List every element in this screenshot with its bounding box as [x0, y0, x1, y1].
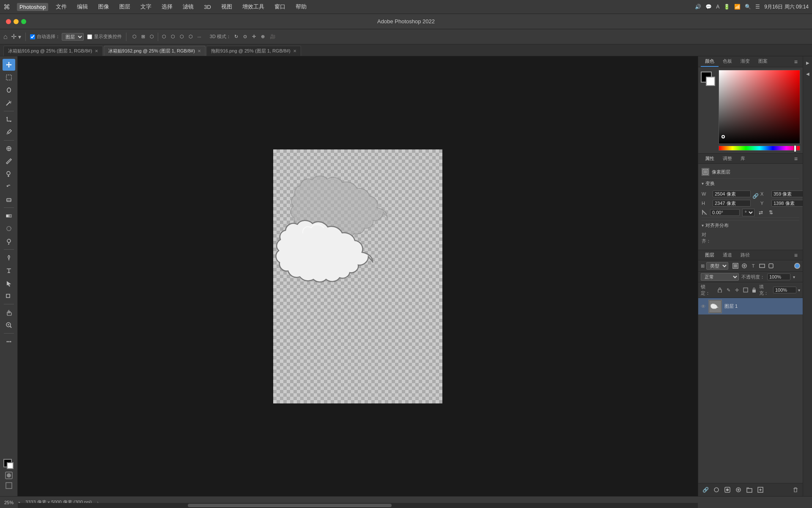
background-color[interactable] [7, 462, 14, 469]
3d-scale-btn[interactable]: 🎥 [268, 33, 277, 40]
opacity-arrow[interactable]: ▾ [793, 275, 795, 279]
marquee-tool[interactable] [3, 72, 15, 83]
align-middle-btn[interactable]: ⬡ [169, 33, 177, 40]
tab-0-close[interactable]: ✕ [95, 49, 98, 53]
flip-v-btn[interactable]: ⇅ [767, 209, 775, 216]
layers-panel-menu-btn[interactable]: ≡ [792, 252, 800, 259]
new-group-btn[interactable] [745, 485, 754, 494]
tab-1[interactable]: 冰箱贴9162.png @ 25% (图层 1, RGB/8#) ✕ [104, 46, 206, 56]
align-left-btn[interactable]: ⬡ [131, 33, 138, 40]
filter-shape-icon[interactable] [758, 262, 766, 270]
menu-file[interactable]: 文件 [53, 2, 69, 11]
screen-mode-btn[interactable] [4, 481, 14, 490]
lock-transparent-btn[interactable] [716, 286, 723, 294]
menu-help[interactable]: 帮助 [293, 2, 309, 11]
color-gradient-picker[interactable] [719, 70, 800, 144]
tab-swatches[interactable]: 色板 [719, 56, 736, 67]
align-center-h-btn[interactable]: ⊞ [140, 33, 147, 40]
apple-logo[interactable]: ⌘ [3, 3, 10, 11]
new-layer-btn[interactable] [756, 485, 765, 494]
filter-dropdown[interactable]: 类型 [706, 262, 728, 270]
delete-layer-btn[interactable] [791, 485, 800, 494]
height-input[interactable] [713, 200, 751, 207]
align-distribute-btn[interactable]: ⬡ [187, 33, 195, 40]
tab-color[interactable]: 颜色 [701, 56, 719, 67]
fill-arrow[interactable]: ▾ [798, 288, 800, 293]
y-input[interactable] [771, 200, 803, 207]
menu-text[interactable]: 文字 [138, 2, 154, 11]
3d-roll-btn[interactable]: ⊙ [241, 33, 249, 40]
menu-photoshop[interactable]: Photoshop [17, 3, 48, 11]
history-brush-tool[interactable] [3, 181, 15, 193]
tab-paths[interactable]: 路径 [736, 250, 754, 260]
menu-view[interactable]: 视图 [219, 2, 235, 11]
side-icon-1[interactable]: ▶ [804, 59, 812, 66]
tab-libraries[interactable]: 库 [736, 154, 749, 163]
width-input[interactable] [713, 190, 751, 197]
lock-position-btn[interactable]: ✛ [733, 286, 740, 294]
blend-mode-dropdown[interactable]: 正常 [701, 273, 739, 281]
3d-rotate-btn[interactable]: ↻ [233, 33, 240, 40]
eraser-tool[interactable] [3, 193, 15, 205]
angle-input[interactable] [710, 209, 740, 216]
align-bottom-btn[interactable]: ⬡ [178, 33, 186, 40]
tab-2[interactable]: 拖鞋916.png @ 25% (图层 1, RGB/8#) ✕ [206, 46, 301, 56]
props-panel-menu-btn[interactable]: ≡ [792, 155, 800, 162]
filter-pixel-icon[interactable] [732, 262, 739, 270]
tab-properties[interactable]: 属性 [701, 154, 719, 163]
menu-3d[interactable]: 3D [201, 3, 214, 11]
tab-adjustments[interactable]: 调整 [719, 154, 736, 163]
text-tool[interactable] [3, 265, 15, 276]
menu-plugins[interactable]: 增效工具 [240, 2, 267, 11]
align-top-btn[interactable]: ⬡ [160, 33, 168, 40]
eyedropper-tool[interactable] [3, 126, 15, 138]
brush-tool[interactable] [3, 155, 15, 167]
pen-tool[interactable] [3, 252, 15, 264]
quick-mask-btn[interactable] [4, 471, 14, 480]
link-icon[interactable]: 🔗 [752, 189, 759, 203]
dodge-tool[interactable] [3, 235, 15, 247]
minimize-button[interactable] [14, 19, 19, 24]
hand-tool[interactable] [3, 306, 15, 318]
shape-tool[interactable] [3, 290, 15, 302]
tab-1-close[interactable]: ✕ [198, 49, 201, 53]
tab-gradients[interactable]: 渐变 [736, 56, 754, 67]
tab-patterns[interactable]: 图案 [754, 56, 772, 67]
close-button[interactable] [6, 19, 11, 24]
menu-select[interactable]: 选择 [159, 2, 175, 11]
add-style-btn[interactable] [712, 485, 721, 494]
transform-section-header[interactable]: ▾ 变换 [702, 178, 799, 188]
tab-0[interactable]: 冰箱贴916.png @ 25% (图层 1, RGB/8#) ✕ [3, 46, 103, 56]
scrollbar-thumb-h[interactable] [188, 504, 392, 507]
lock-all-btn[interactable] [751, 286, 757, 294]
home-button[interactable]: ⌂ [3, 33, 8, 41]
color-panel-menu-btn[interactable]: ≡ [792, 58, 800, 65]
filter-text-icon[interactable]: T [749, 262, 757, 270]
move-tool[interactable] [3, 59, 15, 71]
magic-wand-tool[interactable] [3, 97, 15, 109]
filter-toggle[interactable] [794, 263, 800, 269]
filter-adjustment-icon[interactable] [741, 262, 748, 270]
menu-edit[interactable]: 编辑 [74, 2, 91, 11]
auto-select-checkbox[interactable] [30, 34, 35, 39]
new-fill-layer-btn[interactable] [734, 485, 743, 494]
show-transform-checkbox[interactable] [87, 34, 92, 39]
healing-tool[interactable] [3, 143, 15, 155]
menu-filter[interactable]: 滤镜 [180, 2, 196, 11]
lock-artboard-btn[interactable] [742, 286, 749, 294]
control-center-icon[interactable]: ☰ [755, 4, 760, 10]
blur-tool[interactable] [3, 223, 15, 235]
filter-smart-object-icon[interactable] [767, 262, 775, 270]
align-right-btn[interactable]: ⬡ [148, 33, 156, 40]
angle-dropdown[interactable]: ° [742, 209, 754, 216]
add-mask-btn[interactable] [723, 485, 732, 494]
gradient-tool[interactable] [3, 210, 15, 222]
lock-image-btn[interactable]: ✎ [725, 286, 732, 294]
layer-visibility-icon[interactable]: 👁 [701, 304, 706, 309]
menu-image[interactable]: 图像 [96, 2, 112, 11]
lasso-tool[interactable] [3, 84, 15, 96]
search-icon[interactable]: 🔍 [745, 4, 751, 10]
side-icon-2[interactable]: ◀ [804, 70, 812, 77]
more-options-btn[interactable]: ··· [196, 33, 203, 40]
more-tools-btn[interactable] [3, 336, 15, 348]
